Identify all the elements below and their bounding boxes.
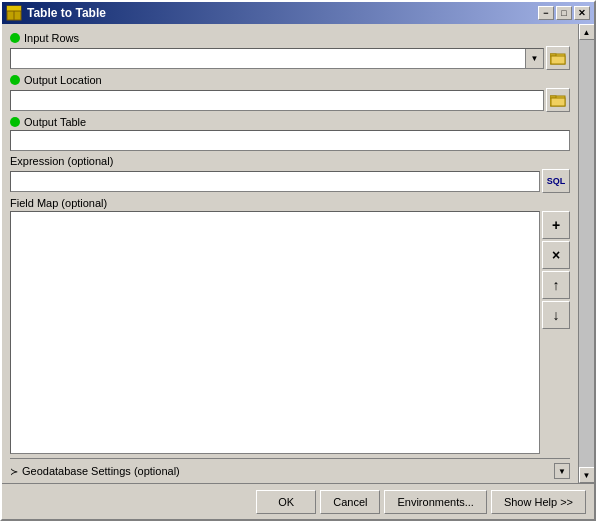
field-map-body: + × ↑ ↓: [10, 211, 570, 454]
output-table-group: Output Table: [10, 116, 570, 151]
field-map-up-btn[interactable]: ↑: [542, 271, 570, 299]
output-location-label: Output Location: [10, 74, 570, 86]
output-location-input[interactable]: [10, 90, 544, 111]
output-location-required-dot: [10, 75, 20, 85]
scroll-down-btn[interactable]: ▼: [579, 467, 595, 483]
field-map-section: Field Map (optional) + × ↑ ↓: [10, 197, 570, 454]
ok-button[interactable]: OK: [256, 490, 316, 514]
output-location-group: Output Location: [10, 74, 570, 112]
field-map-label: Field Map (optional): [10, 197, 570, 209]
sql-button[interactable]: SQL: [542, 169, 570, 193]
svg-rect-6: [551, 56, 565, 64]
input-rows-input[interactable]: [11, 49, 525, 68]
input-rows-required-dot: [10, 33, 20, 43]
input-rows-input-wrapper: ▼: [10, 48, 544, 69]
scroll-up-btn[interactable]: ▲: [579, 24, 595, 40]
cancel-button[interactable]: Cancel: [320, 490, 380, 514]
bottom-bar: OK Cancel Environments... Show Help >>: [2, 483, 594, 519]
expression-row: SQL: [10, 169, 570, 193]
maximize-button[interactable]: □: [556, 6, 572, 20]
expand-icon: ≻: [10, 466, 18, 477]
environments-button[interactable]: Environments...: [384, 490, 486, 514]
input-rows-row: ▼: [10, 46, 570, 70]
input-rows-label: Input Rows: [10, 32, 570, 44]
input-rows-dropdown-btn[interactable]: ▼: [525, 49, 543, 68]
title-bar: Table to Table − □ ✕: [2, 2, 594, 24]
show-help-button[interactable]: Show Help >>: [491, 490, 586, 514]
svg-rect-9: [551, 98, 565, 106]
main-window: Table to Table − □ ✕ Input Rows ▼: [0, 0, 596, 521]
content-area: Input Rows ▼: [2, 24, 594, 483]
input-rows-group: Input Rows ▼: [10, 32, 570, 70]
output-table-row: [10, 130, 570, 151]
geo-scroll-down-btn[interactable]: ▼: [554, 463, 570, 479]
output-location-browse-btn[interactable]: [546, 88, 570, 112]
input-rows-browse-btn[interactable]: [546, 46, 570, 70]
close-button[interactable]: ✕: [574, 6, 590, 20]
output-table-required-dot: [10, 117, 20, 127]
scrollbar-track[interactable]: [579, 40, 595, 467]
field-map-delete-btn[interactable]: ×: [542, 241, 570, 269]
main-content: Input Rows ▼: [2, 24, 578, 483]
title-bar-left: Table to Table: [6, 5, 106, 21]
field-map-down-btn[interactable]: ↓: [542, 301, 570, 329]
geodatabase-label[interactable]: ≻ Geodatabase Settings (optional): [10, 465, 180, 477]
field-map-add-btn[interactable]: +: [542, 211, 570, 239]
output-location-row: [10, 88, 570, 112]
title-buttons: − □ ✕: [538, 6, 590, 20]
output-table-label: Output Table: [10, 116, 570, 128]
expression-group: Expression (optional) SQL: [10, 155, 570, 193]
minimize-button[interactable]: −: [538, 6, 554, 20]
expression-label: Expression (optional): [10, 155, 570, 167]
window-title: Table to Table: [27, 6, 106, 20]
geodatabase-section: ≻ Geodatabase Settings (optional) ▼: [10, 458, 570, 479]
svg-rect-1: [7, 6, 21, 11]
expression-input[interactable]: [10, 171, 540, 192]
field-map-buttons: + × ↑ ↓: [542, 211, 570, 454]
field-map-list: [10, 211, 540, 454]
table-icon: [6, 5, 22, 21]
output-table-input[interactable]: [10, 130, 570, 151]
scrollbar-right: ▲ ▼: [578, 24, 594, 483]
